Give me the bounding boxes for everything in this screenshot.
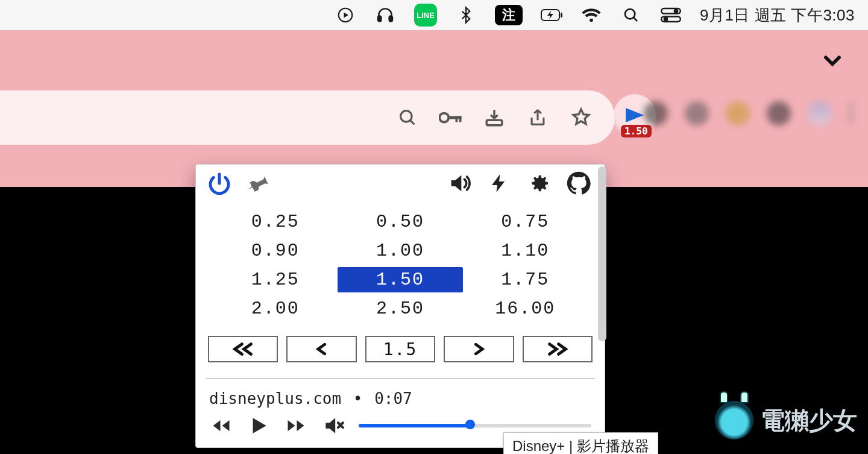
macos-menubar: LINE 注 9月1日 週五 下午3:03: [0, 0, 868, 30]
speed-preset[interactable]: 0.75: [463, 209, 588, 235]
speed-stepper-row: 1.5: [196, 327, 605, 367]
mute-icon[interactable]: [321, 414, 345, 438]
play-icon[interactable]: [247, 414, 271, 438]
media-tooltip: Disney+ | 影片播放器: [503, 432, 658, 454]
bookmark-star-icon[interactable]: [569, 106, 593, 130]
browser-window: 1.50: [0, 30, 868, 454]
github-icon[interactable]: [566, 171, 591, 196]
svg-point-9: [664, 17, 667, 20]
svg-rect-2: [389, 16, 392, 21]
fast-forward-icon[interactable]: [284, 414, 308, 438]
step-forward-button[interactable]: [444, 336, 514, 362]
svg-rect-14: [459, 116, 462, 122]
svg-point-10: [401, 111, 412, 122]
media-source-info: disneyplus.com • 0:07: [196, 389, 605, 409]
browser-tabstrip: [0, 30, 868, 90]
volume-thumb[interactable]: [465, 420, 475, 429]
power-icon[interactable]: [207, 171, 232, 196]
share-icon[interactable]: [526, 106, 550, 130]
lightning-icon[interactable]: [486, 171, 512, 196]
volume-icon[interactable]: [447, 171, 472, 196]
speed-preset[interactable]: 0.50: [338, 209, 462, 235]
chevron-down-icon[interactable]: [821, 49, 844, 72]
svg-rect-4: [561, 13, 562, 17]
battery-charging-icon[interactable]: [541, 4, 562, 26]
speed-preset-selected[interactable]: 1.50: [338, 267, 462, 292]
speed-preset[interactable]: 16.00: [463, 296, 588, 321]
popup-scrollbar[interactable]: [598, 166, 606, 341]
speed-preset[interactable]: 0.90: [213, 238, 338, 263]
speed-preset[interactable]: 2.00: [213, 296, 338, 321]
spotlight-search-icon[interactable]: [620, 4, 642, 26]
svg-rect-1: [378, 16, 381, 21]
popup-header: [196, 165, 605, 198]
browser-toolbar-area: 1.50: [0, 90, 868, 145]
watermark-text: 電獺少女: [761, 404, 857, 437]
blurred-extensions-area: [644, 101, 855, 125]
speed-presets-grid: 0.25 0.50 0.75 0.90 1.00 1.10 1.25 1.50 …: [196, 198, 605, 327]
volume-slider[interactable]: [359, 422, 591, 429]
svg-point-5: [625, 9, 635, 19]
speed-preset[interactable]: 1.00: [338, 238, 462, 263]
control-center-icon[interactable]: [660, 4, 682, 26]
speed-controller-popup: 0.25 0.50 0.75 0.90 1.00 1.10 1.25 1.50 …: [195, 164, 605, 448]
divider: [206, 378, 595, 379]
speed-preset[interactable]: 1.25: [213, 267, 338, 292]
toolbar-search-icon[interactable]: [395, 106, 420, 130]
browser-toolbar: [0, 90, 615, 145]
download-icon[interactable]: [482, 106, 506, 130]
media-domain: disneyplus.com: [209, 389, 341, 408]
rewind-icon[interactable]: [209, 414, 233, 438]
password-key-icon[interactable]: [439, 106, 463, 130]
media-time: 0:07: [374, 389, 412, 408]
volume-fill: [359, 424, 470, 427]
gear-icon[interactable]: [526, 171, 552, 196]
speed-preset[interactable]: 2.50: [338, 296, 462, 321]
watermark-mascot-icon: [715, 401, 753, 440]
input-method-icon[interactable]: 注: [495, 5, 523, 25]
step-back-button[interactable]: [286, 336, 356, 362]
svg-point-7: [675, 10, 678, 13]
bluetooth-icon[interactable]: [455, 4, 477, 26]
speed-value-display[interactable]: 1.5: [365, 336, 435, 362]
play-flag-icon: [626, 108, 644, 122]
speed-preset[interactable]: 1.75: [463, 267, 588, 292]
step-fast-forward-button[interactable]: [523, 336, 593, 362]
extension-speed-badge: 1.50: [621, 125, 652, 137]
headphones-icon[interactable]: [374, 4, 396, 26]
svg-rect-15: [486, 120, 502, 125]
svg-rect-13: [456, 116, 458, 122]
dot-separator: •: [353, 389, 363, 408]
line-app-icon[interactable]: LINE: [414, 4, 437, 27]
wifi-icon[interactable]: [580, 4, 602, 26]
svg-point-11: [439, 113, 448, 122]
watermark: 電獺少女: [715, 401, 857, 440]
pin-icon[interactable]: [247, 171, 272, 196]
menubar-clock[interactable]: 9月1日 週五 下午3:03: [700, 5, 855, 26]
speed-preset[interactable]: 1.10: [463, 238, 588, 263]
play-circle-icon[interactable]: [335, 4, 356, 26]
speed-preset[interactable]: 0.25: [213, 209, 338, 235]
step-fast-back-button[interactable]: [208, 336, 278, 362]
